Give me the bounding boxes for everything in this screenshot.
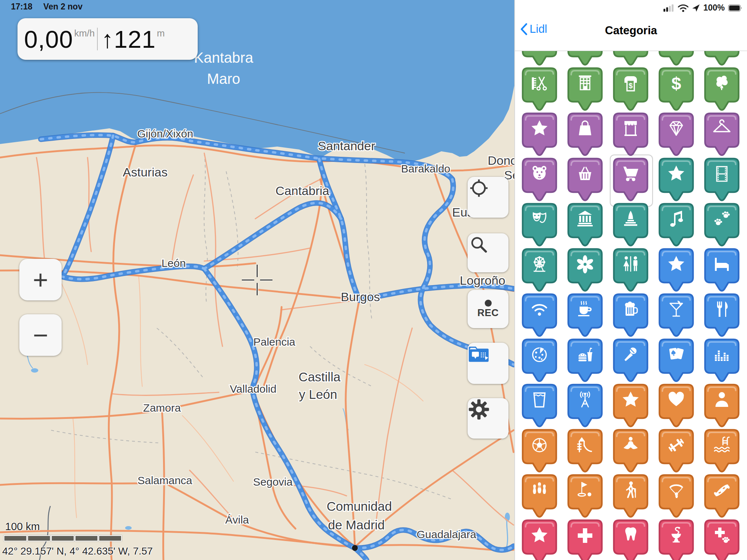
- category-veterinary[interactable]: [704, 519, 740, 560]
- svg-text:Ávila: Ávila: [225, 514, 249, 526]
- gear-icon: [468, 398, 490, 421]
- category-clothing[interactable]: [704, 112, 740, 157]
- category-cocktail-bar[interactable]: [658, 293, 694, 338]
- rec-label: REC: [477, 307, 499, 319]
- svg-text:de Madrid: de Madrid: [328, 518, 385, 532]
- status-bar-right: 100%: [663, 3, 743, 13]
- category-grid: $ $: [515, 0, 747, 560]
- altitude-unit: m: [157, 28, 165, 39]
- category-cinema[interactable]: [704, 157, 740, 202]
- rec-dot-icon: [485, 300, 492, 307]
- svg-text:Barakaldo: Barakaldo: [401, 163, 450, 175]
- category-gym[interactable]: [658, 428, 694, 474]
- category-office-building[interactable]: [567, 67, 603, 112]
- category-wifi-spot[interactable]: [521, 293, 558, 338]
- category-fast-food[interactable]: [567, 338, 603, 383]
- svg-text:$: $: [671, 74, 681, 93]
- speed-value: 0,00: [24, 25, 73, 53]
- category-karaoke[interactable]: [612, 338, 649, 383]
- category-marketplace[interactable]: [612, 112, 649, 157]
- category-barber[interactable]: [521, 67, 558, 112]
- category-restaurant[interactable]: [704, 293, 740, 338]
- category-swimming-pool[interactable]: [704, 428, 740, 474]
- category-monument[interactable]: [612, 202, 649, 248]
- category-garden[interactable]: [567, 248, 603, 293]
- tracks-folder-button[interactable]: [468, 343, 508, 384]
- category-radio-tower[interactable]: [567, 383, 603, 428]
- hud-divider: [97, 28, 98, 50]
- category-casino[interactable]: [658, 338, 694, 383]
- category-health-generic[interactable]: [521, 519, 558, 560]
- search-icon: [468, 233, 489, 255]
- category-hospital[interactable]: [567, 519, 603, 560]
- page-title: Categoria: [515, 24, 747, 37]
- category-bank[interactable]: $: [658, 67, 694, 112]
- svg-text:Kantabra: Kantabra: [194, 50, 253, 66]
- category-soccer[interactable]: [521, 428, 558, 474]
- category-kayak[interactable]: [704, 474, 740, 519]
- category-dentist[interactable]: [612, 519, 649, 560]
- category-zoo[interactable]: [704, 202, 740, 248]
- settings-button[interactable]: [468, 398, 508, 439]
- category-museum[interactable]: [567, 202, 603, 248]
- rec-button[interactable]: REC: [468, 290, 508, 328]
- category-shopping-bag[interactable]: [567, 112, 603, 157]
- zoom-in-button[interactable]: +: [19, 259, 62, 300]
- svg-text:Palencia: Palencia: [253, 336, 295, 348]
- water-features: [22, 343, 510, 549]
- category-person[interactable]: [704, 383, 740, 428]
- locate-icon: [468, 177, 490, 199]
- category-yoga[interactable]: [612, 428, 649, 474]
- category-paragliding[interactable]: [658, 474, 694, 519]
- location-arrow-icon: [692, 4, 700, 12]
- category-lodging-generic[interactable]: [658, 248, 694, 293]
- category-hiking[interactable]: [612, 474, 649, 519]
- category-bowling[interactable]: [521, 474, 558, 519]
- coordinates-readout: 42° 29.157' N, 4° 42.635' W, 7.57: [2, 545, 153, 557]
- svg-text:Maro: Maro: [207, 71, 240, 87]
- category-pizza[interactable]: [521, 338, 558, 383]
- category-theatre[interactable]: [521, 202, 558, 248]
- date: Ven 2 nov: [43, 2, 82, 12]
- map-view[interactable]: KantabraMaroGijón/XixónAsturiasSantander…: [0, 0, 514, 560]
- locate-button[interactable]: [468, 177, 508, 218]
- category-panel: $ $: [514, 0, 747, 560]
- scale-bar: [4, 535, 122, 541]
- category-atm[interactable]: $: [612, 67, 649, 112]
- cellular-signal-icon: [663, 4, 674, 12]
- category-nightclub[interactable]: [704, 338, 740, 383]
- category-cafe[interactable]: [567, 293, 603, 338]
- svg-text:Logroño: Logroño: [460, 273, 506, 287]
- svg-text:y León: y León: [299, 387, 337, 401]
- category-amusement-park[interactable]: [521, 248, 558, 293]
- status-bar-left: 17:18 Ven 2 nov: [11, 2, 82, 12]
- category-playground[interactable]: [567, 428, 603, 474]
- category-supermarket-cart[interactable]: [612, 157, 649, 202]
- svg-text:Santander: Santander: [318, 139, 375, 153]
- minus-icon: −: [33, 322, 48, 348]
- category-dating[interactable]: [658, 383, 694, 428]
- altitude-value: 121: [114, 25, 156, 53]
- svg-text:$: $: [628, 82, 632, 90]
- category-park[interactable]: [704, 67, 740, 112]
- svg-text:Dono: Dono: [488, 153, 514, 167]
- category-drinking-water[interactable]: [521, 383, 558, 428]
- svg-text:Zamora: Zamora: [143, 402, 181, 414]
- category-music[interactable]: [658, 202, 694, 248]
- category-jewelry[interactable]: [658, 112, 694, 157]
- category-pub[interactable]: [612, 293, 649, 338]
- scale-label: 100 km: [5, 521, 40, 533]
- search-button[interactable]: [468, 233, 508, 272]
- category-toilets[interactable]: [612, 248, 649, 293]
- category-hotel[interactable]: [704, 248, 740, 293]
- category-golf[interactable]: [567, 474, 603, 519]
- folder-map-icon: [468, 343, 491, 364]
- category-leisure-generic[interactable]: [612, 383, 649, 428]
- category-pharmacy[interactable]: [658, 519, 694, 560]
- category-toy-store[interactable]: [521, 157, 558, 202]
- wifi-icon: [678, 4, 689, 12]
- zoom-out-button[interactable]: −: [19, 314, 62, 356]
- category-culture-generic[interactable]: [658, 157, 694, 202]
- category-grocery-basket[interactable]: [567, 157, 603, 202]
- category-shopping-generic[interactable]: [521, 112, 558, 157]
